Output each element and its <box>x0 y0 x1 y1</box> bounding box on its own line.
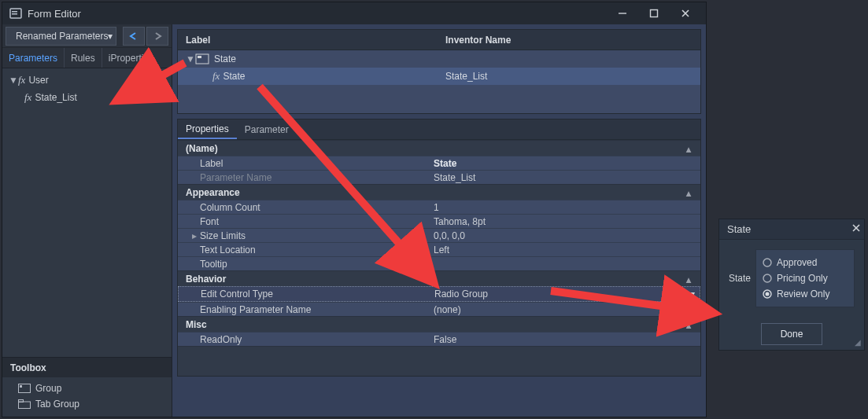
svg-rect-1 <box>12 11 17 13</box>
toolbox-body: Group Tab Group <box>2 377 172 417</box>
radio-group: Approved Pricing Only Review Only <box>755 249 855 307</box>
tree-item-state-list[interactable]: fx State_List <box>2 89 172 106</box>
form-design-grid: Label Inventor Name ▼ State fx State <box>177 29 701 114</box>
prop-row-tooltip[interactable]: Tooltip <box>178 256 700 270</box>
prop-category-name[interactable]: (Name)▴ <box>178 140 700 156</box>
close-button[interactable] <box>670 3 701 24</box>
prop-category-appearance[interactable]: Appearance▴ <box>178 184 700 200</box>
panel-close-button[interactable] <box>851 223 861 235</box>
svg-point-18 <box>766 292 770 296</box>
sidebar-tabs: Parameters Rules iProperties <box>2 48 172 68</box>
radio-group-label: State <box>729 249 755 307</box>
svg-rect-11 <box>196 54 209 64</box>
form-row-state[interactable]: fx State State_List <box>178 68 700 85</box>
svg-rect-10 <box>19 400 24 402</box>
prop-category-misc[interactable]: Misc▴ <box>178 316 700 332</box>
toolbox-item-label: Tab Group <box>35 399 79 410</box>
panel-title: State <box>727 223 751 235</box>
radio-unchecked-icon <box>763 258 772 267</box>
form-group-icon <box>195 53 209 64</box>
prop-row-size-limits[interactable]: ▸Size Limits0,0, 0,0 <box>178 228 700 242</box>
tree-collapse-icon: ▼ <box>186 53 194 64</box>
radio-option-label: Approved <box>777 257 817 268</box>
prop-row-label[interactable]: LabelState <box>178 156 700 170</box>
chevron-down-icon: ▾ <box>690 289 695 300</box>
prop-row-column-count[interactable]: Column Count1 <box>178 200 700 214</box>
prop-row-edit-control-type[interactable]: Edit Control Type Radio Group▾ <box>178 286 700 302</box>
properties-pane: Properties Parameter (Name)▴ LabelState … <box>177 119 701 377</box>
prop-row-parameter-name[interactable]: Parameter NameState_List <box>178 170 700 184</box>
svg-point-15 <box>763 259 771 266</box>
prop-row-font[interactable]: FontTahoma, 8pt <box>178 214 700 228</box>
prop-row-enabling-param[interactable]: Enabling Parameter Name(none) <box>178 302 700 316</box>
form-editor-window: Form Editor Renamed Parameters ▾ Paramet… <box>2 2 707 417</box>
tree-group-label: User <box>28 75 48 86</box>
maximize-button[interactable] <box>638 3 670 24</box>
radio-option-pricing-only[interactable]: Pricing Only <box>763 270 848 286</box>
radio-option-review-only[interactable]: Review Only <box>763 286 848 302</box>
form-row-label: State <box>223 71 245 82</box>
nav-back-button[interactable] <box>123 27 145 46</box>
radio-unchecked-icon <box>763 274 772 283</box>
svg-rect-12 <box>198 56 201 58</box>
tree-item-label: State_List <box>35 92 76 103</box>
prop-category-behavior[interactable]: Behavior▴ <box>178 270 700 286</box>
titlebar[interactable]: Form Editor <box>2 2 706 24</box>
prop-description-footer <box>178 346 700 376</box>
tab-parameters[interactable]: Parameters <box>2 48 65 68</box>
window-title: Form Editor <box>28 8 81 20</box>
panel-titlebar[interactable]: State <box>719 219 864 240</box>
fx-icon: fx <box>212 70 220 83</box>
radio-option-label: Review Only <box>777 289 829 300</box>
fx-icon: fx <box>24 91 31 104</box>
tab-iproperties[interactable]: iProperties <box>102 48 160 68</box>
expand-icon: ▸ <box>192 230 197 241</box>
sidebar: Renamed Parameters ▾ Parameters Rules iP… <box>2 24 172 417</box>
column-header-label[interactable]: Label <box>178 35 438 46</box>
filter-dropdown[interactable]: Renamed Parameters ▾ <box>6 27 116 46</box>
collapse-icon: ▴ <box>686 274 696 284</box>
state-preview-panel: State State Approved Pricing Only Review… <box>718 219 865 351</box>
radio-option-label: Pricing Only <box>777 273 828 284</box>
prop-row-text-location[interactable]: Text LocationLeft <box>178 242 700 256</box>
nav-forward-button[interactable] <box>146 27 168 46</box>
main-pane: Label Inventor Name ▼ State fx State <box>172 24 706 417</box>
collapse-icon: ▴ <box>686 144 696 153</box>
svg-rect-9 <box>19 402 31 409</box>
radio-checked-icon <box>763 289 772 299</box>
tab-rules[interactable]: Rules <box>65 48 102 68</box>
column-header-inventor-name[interactable]: Inventor Name <box>438 35 700 46</box>
svg-point-16 <box>763 274 771 282</box>
toolbox-item-tab-group[interactable]: Tab Group <box>2 396 172 412</box>
toolbox-header: Toolbox <box>2 357 172 377</box>
form-group-label: State <box>214 53 236 64</box>
tree-collapse-icon: ▼ <box>9 75 17 86</box>
fx-icon: fx <box>18 74 25 86</box>
svg-rect-4 <box>651 10 658 17</box>
toolbox-item-label: Group <box>35 383 61 394</box>
minimize-button[interactable] <box>607 3 638 24</box>
svg-rect-2 <box>12 13 17 15</box>
prop-row-readonly[interactable]: ReadOnlyFalse <box>178 332 700 346</box>
sidebar-toolbar: Renamed Parameters ▾ <box>2 24 172 48</box>
toolbox-item-group[interactable]: Group <box>2 380 172 396</box>
tab-properties[interactable]: Properties <box>178 119 237 139</box>
form-editor-icon <box>9 6 23 20</box>
group-icon <box>18 384 31 393</box>
chevron-down-icon: ▾ <box>108 31 113 42</box>
svg-rect-8 <box>20 385 22 388</box>
form-group-state[interactable]: ▼ State <box>178 50 700 68</box>
form-row-inventor-name: State_List <box>438 71 700 82</box>
parameter-tree: ▼ fx User fx State_List <box>2 68 172 357</box>
radio-option-approved[interactable]: Approved <box>763 255 848 270</box>
tab-parameter[interactable]: Parameter <box>237 119 297 139</box>
collapse-icon: ▴ <box>686 188 696 197</box>
filter-label: Renamed Parameters <box>16 31 108 42</box>
resize-grip-icon[interactable]: ◢ <box>855 338 861 347</box>
tab-group-icon <box>18 399 31 409</box>
tree-group-user[interactable]: ▼ fx User <box>2 72 172 89</box>
done-button[interactable]: Done <box>761 323 822 345</box>
collapse-icon: ▴ <box>686 320 696 329</box>
